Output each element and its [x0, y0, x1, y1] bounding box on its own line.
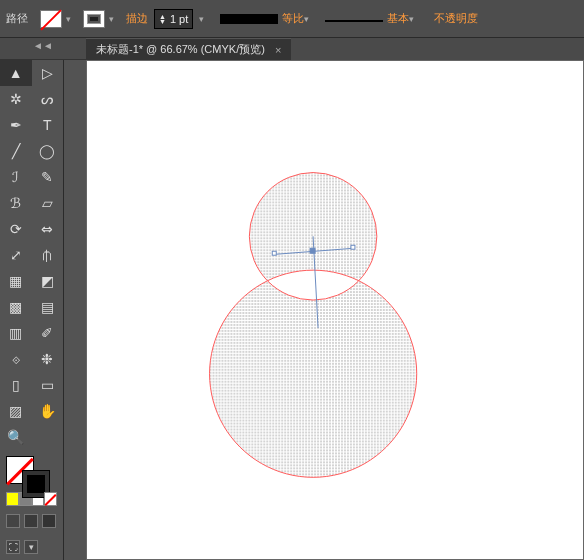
spacer — [32, 424, 64, 450]
draw-mode-0[interactable] — [6, 514, 20, 528]
slice-tool[interactable]: ▨ — [0, 398, 32, 424]
fill-swatch[interactable] — [40, 10, 62, 28]
free-transform-tool[interactable]: ▦ — [0, 268, 32, 294]
profile-chevron-icon[interactable]: ▾ — [304, 14, 309, 24]
stroke-swatch[interactable] — [83, 10, 105, 28]
rotate-tool[interactable]: ⟳ — [0, 216, 32, 242]
ellipse-tool[interactable]: ◯ — [32, 138, 64, 164]
selection-tool[interactable]: ▲ — [0, 60, 32, 86]
lasso-tool[interactable]: ᔕ — [32, 86, 64, 112]
variable-width-profile[interactable] — [220, 14, 278, 24]
document-tab-title: 未标题-1* @ 66.67% (CMYK/预览) — [96, 42, 265, 57]
svg-rect-4 — [310, 248, 315, 253]
magic-wand-tool[interactable]: ✲ — [0, 86, 32, 112]
zoom-tool[interactable]: 🔍 — [0, 424, 32, 450]
scale-tool[interactable]: ⤢ — [0, 242, 32, 268]
swatch-none[interactable] — [44, 492, 57, 506]
pen-tool[interactable]: ✒ — [0, 112, 32, 138]
eyedropper-tool[interactable]: ✐ — [32, 320, 64, 346]
svg-rect-6 — [351, 245, 355, 249]
shape-builder-tool[interactable]: ◩ — [32, 268, 64, 294]
stroke-weight-value: 1 pt — [170, 13, 188, 25]
blob-brush-tool[interactable]: ℬ — [0, 190, 32, 216]
panel-collapse-button[interactable]: ◄◄ — [0, 40, 86, 60]
hand-tool[interactable]: ✋ — [32, 398, 64, 424]
artboard-tool[interactable]: ▭ — [32, 372, 64, 398]
control-bar: 路径 ▾ ▾ 描边 ▲▼ 1 pt ▾ 等比 ▾ 基本 ▾ 不透明度 — [0, 0, 584, 38]
brush-chevron-icon[interactable]: ▾ — [409, 14, 414, 24]
artwork — [87, 61, 583, 559]
stroke-menu-chevron-icon[interactable]: ▾ — [109, 14, 114, 24]
screen-mode-row: ⛶ ▾ — [6, 540, 57, 554]
stroke-label[interactable]: 描边 — [126, 11, 148, 26]
screen-mode-chevron-icon[interactable]: ▾ — [24, 540, 38, 554]
direct-selection-tool[interactable]: ▷ — [32, 60, 64, 86]
reflect-tool[interactable]: ⇔ — [32, 216, 64, 242]
opacity-label[interactable]: 不透明度 — [434, 11, 478, 26]
profile-label[interactable]: 等比 — [282, 11, 304, 26]
brush-label[interactable]: 基本 — [387, 11, 409, 26]
paintbrush-tool[interactable]: ℐ — [0, 164, 32, 190]
gradient-tool[interactable]: ▥ — [0, 320, 32, 346]
step-down-icon[interactable]: ▼ — [159, 19, 166, 24]
perspective-grid-tool[interactable]: ▩ — [0, 294, 32, 320]
stroke-weight-chevron-icon[interactable]: ▾ — [199, 14, 204, 24]
draw-mode-row — [6, 514, 57, 528]
blend-tool[interactable]: ⟐ — [0, 346, 32, 372]
draw-mode-1[interactable] — [24, 514, 38, 528]
line-tool[interactable]: ╱ — [0, 138, 32, 164]
object-type-label: 路径 — [6, 11, 28, 26]
stroke-weight-input[interactable]: ▲▼ 1 pt — [154, 9, 193, 29]
symbol-sprayer-tool[interactable]: ❉ — [32, 346, 64, 372]
fill-stroke-control[interactable] — [6, 456, 57, 484]
brush-definition[interactable] — [325, 20, 383, 22]
document-tab-strip: 未标题-1* @ 66.67% (CMYK/预览) × — [0, 38, 584, 60]
fill-menu-chevron-icon[interactable]: ▾ — [66, 14, 71, 24]
screen-mode-button[interactable]: ⛶ — [6, 540, 20, 554]
document-tab[interactable]: 未标题-1* @ 66.67% (CMYK/预览) × — [86, 38, 291, 60]
canvas-area[interactable] — [86, 60, 584, 560]
close-icon[interactable]: × — [275, 44, 281, 56]
mesh-tool[interactable]: ▤ — [32, 294, 64, 320]
pencil-tool[interactable]: ✎ — [32, 164, 64, 190]
collapse-icon: ◄◄ — [33, 40, 53, 51]
eraser-tool[interactable]: ▱ — [32, 190, 64, 216]
width-tool[interactable]: ⫛ — [32, 242, 64, 268]
svg-rect-5 — [272, 251, 276, 255]
type-tool[interactable]: T — [32, 112, 64, 138]
column-graph-tool[interactable]: ▯ — [0, 372, 32, 398]
swatch-0[interactable] — [6, 492, 19, 506]
toolbox: ▲▷✲ᔕ✒T╱◯ℐ✎ℬ▱⟳⇔⤢⫛▦◩▩▤▥✐⟐❉▯▭▨✋🔍 ⛶ ▾ — [0, 60, 64, 560]
snowman-path[interactable] — [210, 173, 417, 478]
draw-mode-2[interactable] — [42, 514, 56, 528]
